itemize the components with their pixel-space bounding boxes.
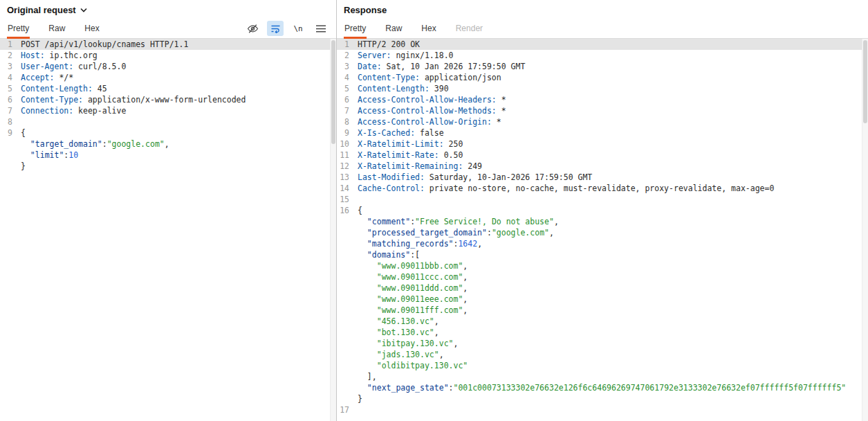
tab-hex[interactable]: Hex bbox=[84, 19, 100, 38]
response-pane-title: Response bbox=[344, 5, 387, 15]
code-line[interactable]: "next_page_state":"001c00073133302e76632… bbox=[337, 382, 868, 393]
code-text: Access-Control-Allow-Origin: * bbox=[353, 116, 501, 127]
code-line[interactable]: 11X-Ratelimit-Rate: 0.50 bbox=[337, 150, 868, 161]
code-line[interactable]: } bbox=[337, 393, 868, 404]
code-text: { bbox=[17, 127, 26, 138]
code-line[interactable]: 1POST /api/v1/lookup/cnames HTTP/1.1 bbox=[0, 39, 336, 50]
code-text: X-Ratelimit-Limit: 250 bbox=[353, 138, 463, 150]
code-text: "comment":"Free Service!, Do not abuse", bbox=[353, 216, 559, 227]
code-line[interactable]: "limit":10 bbox=[0, 150, 336, 161]
code-line[interactable]: "comment":"Free Service!, Do not abuse", bbox=[337, 216, 868, 227]
response-pane-header: Response bbox=[337, 0, 868, 19]
line-number bbox=[0, 161, 17, 172]
code-line[interactable]: 5Content-Length: 45 bbox=[0, 83, 336, 94]
code-line[interactable]: "matching_records":1642, bbox=[337, 238, 868, 249]
tab-pretty[interactable]: Pretty bbox=[344, 19, 367, 38]
tab-pretty[interactable]: Pretty bbox=[7, 19, 30, 38]
code-line[interactable]: 7Access-Control-Allow-Methods: * bbox=[337, 105, 868, 116]
code-text: X-Ratelimit-Remaining: 249 bbox=[353, 161, 482, 172]
code-line[interactable]: "oldibitpay.130.vc" bbox=[337, 360, 868, 371]
newline-icon[interactable]: \n bbox=[290, 21, 306, 36]
newline-glyph: \n bbox=[293, 24, 302, 33]
line-number: 16 bbox=[337, 205, 353, 216]
line-number bbox=[337, 260, 353, 271]
line-number bbox=[337, 327, 353, 338]
request-editor[interactable]: 1POST /api/v1/lookup/cnames HTTP/1.12Hos… bbox=[0, 39, 336, 421]
code-text: ], bbox=[353, 371, 377, 382]
code-line[interactable]: 4Content-Type: application/json bbox=[337, 72, 868, 83]
code-line[interactable]: 10X-Ratelimit-Limit: 250 bbox=[337, 138, 868, 150]
request-scrollbar[interactable] bbox=[330, 39, 336, 421]
code-line[interactable]: "processed_target_domain":"google.com", bbox=[337, 227, 868, 238]
line-number: 8 bbox=[0, 116, 17, 127]
line-number bbox=[337, 216, 353, 227]
code-text: Content-Length: 45 bbox=[17, 83, 107, 94]
code-line[interactable]: "domains":[ bbox=[337, 249, 868, 260]
code-line[interactable]: 12X-Ratelimit-Remaining: 249 bbox=[337, 161, 868, 172]
line-number: 3 bbox=[337, 61, 353, 72]
request-tab-bar: PrettyRawHex \n bbox=[0, 19, 336, 39]
code-text: "jads.130.vc", bbox=[353, 349, 444, 360]
code-line[interactable]: 9{ bbox=[0, 127, 336, 138]
code-line[interactable]: 6Access-Control-Allow-Headers: * bbox=[337, 94, 868, 105]
eye-slash-icon[interactable] bbox=[244, 21, 261, 36]
code-line[interactable]: "www.09011eee.com", bbox=[337, 294, 868, 305]
code-text: "processed_target_domain":"google.com", bbox=[353, 227, 554, 238]
code-line[interactable]: "target_domain":"google.com", bbox=[0, 138, 336, 150]
code-line[interactable]: 4Accept: */* bbox=[0, 72, 336, 83]
code-line[interactable]: 7Connection: keep-alive bbox=[0, 105, 336, 116]
line-number: 14 bbox=[337, 183, 353, 194]
code-line[interactable]: 1HTTP/2 200 OK bbox=[337, 39, 868, 50]
code-text: "oldibitpay.130.vc" bbox=[353, 360, 468, 371]
response-scrollbar[interactable] bbox=[862, 39, 868, 421]
soft-wrap-icon[interactable] bbox=[267, 21, 284, 36]
code-line[interactable]: 3Date: Sat, 10 Jan 2026 17:59:50 GMT bbox=[337, 61, 868, 72]
code-line[interactable]: "ibitpay.130.vc", bbox=[337, 338, 868, 349]
code-text: Host: ip.thc.org bbox=[17, 50, 98, 61]
code-line[interactable]: "456.130.vc", bbox=[337, 316, 868, 327]
request-pane-header: Original request bbox=[0, 0, 336, 19]
code-line[interactable]: 8 bbox=[0, 116, 336, 127]
code-line[interactable]: ], bbox=[337, 371, 868, 382]
code-line[interactable]: 5Content-Length: 390 bbox=[337, 83, 868, 94]
code-line[interactable]: 9X-Is-Cached: false bbox=[337, 127, 868, 138]
code-line[interactable]: "www.09011ccc.com", bbox=[337, 271, 868, 283]
code-line[interactable]: 6Content-Type: application/x-www-form-ur… bbox=[0, 94, 336, 105]
code-line[interactable]: 16{ bbox=[337, 205, 868, 216]
line-number bbox=[0, 150, 17, 161]
code-text: Date: Sat, 10 Jan 2026 17:59:50 GMT bbox=[353, 61, 525, 72]
tab-hex[interactable]: Hex bbox=[421, 19, 436, 38]
code-line[interactable]: 2Host: ip.thc.org bbox=[0, 50, 336, 61]
menu-icon[interactable] bbox=[313, 21, 329, 36]
code-text: } bbox=[353, 393, 362, 404]
response-scrollbar-thumb[interactable] bbox=[863, 40, 867, 123]
code-text: Access-Control-Allow-Headers: * bbox=[353, 94, 506, 105]
code-line[interactable]: 3User-Agent: curl/8.5.0 bbox=[0, 61, 336, 72]
code-line[interactable]: 2Server: nginx/1.18.0 bbox=[337, 50, 868, 61]
request-editor-toolbar: \n bbox=[244, 19, 329, 38]
request-pane-title[interactable]: Original request bbox=[7, 5, 76, 15]
code-text: POST /api/v1/lookup/cnames HTTP/1.1 bbox=[17, 39, 188, 50]
code-text: "next_page_state":"001c00073133302e76632… bbox=[353, 382, 846, 393]
code-line[interactable]: } bbox=[0, 161, 336, 172]
tab-raw[interactable]: Raw bbox=[48, 19, 66, 38]
tab-raw[interactable]: Raw bbox=[385, 19, 403, 38]
code-line[interactable]: 8Access-Control-Allow-Origin: * bbox=[337, 116, 868, 127]
code-line[interactable]: 13Last-Modified: Saturday, 10-Jan-2026 1… bbox=[337, 172, 868, 183]
code-line[interactable]: "www.09011bbb.com", bbox=[337, 260, 868, 271]
code-line[interactable]: "jads.130.vc", bbox=[337, 349, 868, 360]
code-line[interactable]: 17 bbox=[337, 404, 868, 415]
response-editor[interactable]: 1HTTP/2 200 OK2Server: nginx/1.18.03Date… bbox=[337, 39, 868, 421]
code-line[interactable]: 14Cache-Control: private no-store, no-ca… bbox=[337, 183, 868, 194]
line-number bbox=[337, 338, 353, 349]
code-text: "limit":10 bbox=[17, 150, 78, 161]
code-line[interactable]: 15 bbox=[337, 194, 868, 205]
line-number: 6 bbox=[337, 94, 353, 105]
code-line[interactable]: "www.09011fff.com", bbox=[337, 305, 868, 316]
tab-render[interactable]: Render bbox=[455, 19, 483, 38]
code-line[interactable]: "www.09011ddd.com", bbox=[337, 283, 868, 294]
line-number bbox=[337, 238, 353, 249]
code-line[interactable]: "bot.130.vc", bbox=[337, 327, 868, 338]
request-scrollbar-thumb[interactable] bbox=[331, 40, 335, 144]
chevron-down-icon[interactable] bbox=[80, 8, 87, 12]
